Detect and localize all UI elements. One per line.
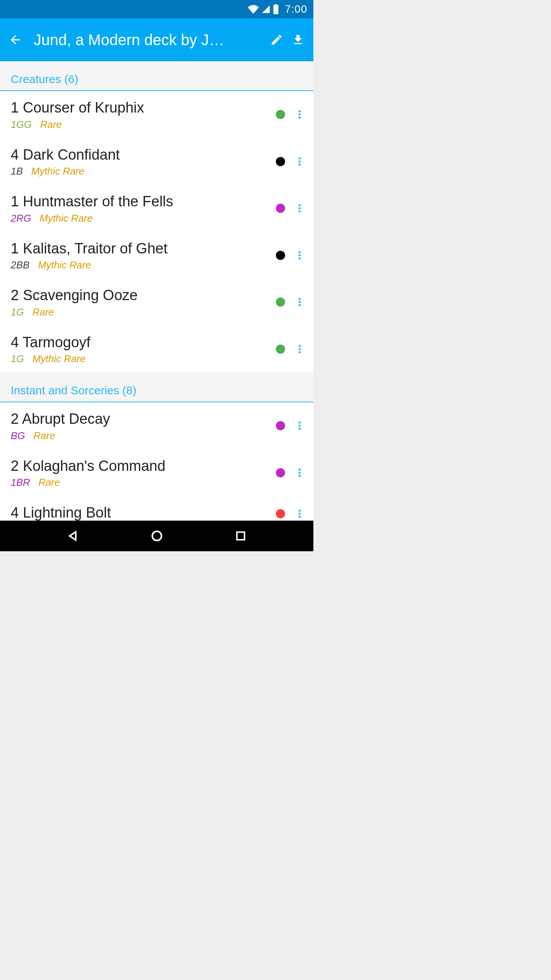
svg-point-17 xyxy=(298,351,301,353)
card-cost: 1G xyxy=(11,306,24,318)
svg-point-3 xyxy=(298,157,301,160)
svg-point-25 xyxy=(298,513,301,515)
square-recents-icon xyxy=(235,530,246,542)
card-rarity: Rare xyxy=(40,119,62,131)
card-title: 1 Huntmaster of the Fells xyxy=(11,193,276,211)
edit-button[interactable] xyxy=(266,29,287,51)
card-row[interactable]: 2 Kolaghan's Command1BRRare xyxy=(0,449,313,497)
svg-point-22 xyxy=(298,472,301,474)
svg-point-18 xyxy=(298,421,301,424)
more-vert-icon xyxy=(294,297,305,307)
card-info: 1 Courser of Kruphix1GGRare xyxy=(11,99,276,131)
svg-point-27 xyxy=(152,531,161,541)
card-row[interactable]: 4 Tarmogoyf1GMythic Rare xyxy=(0,326,313,373)
card-title: 4 Dark Confidant xyxy=(11,146,276,164)
nav-recents-button[interactable] xyxy=(229,528,252,544)
svg-point-14 xyxy=(298,304,301,307)
status-bar: 7:00 xyxy=(0,0,313,18)
more-vert-icon xyxy=(294,344,305,354)
svg-point-16 xyxy=(298,348,301,350)
card-row[interactable]: 4 Dark Confidant1BMythic Rare xyxy=(0,138,313,185)
card-rarity: Mythic Rare xyxy=(38,259,91,271)
card-row[interactable]: 1 Kalitas, Traitor of Ghet2BBMythic Rare xyxy=(0,232,313,279)
svg-point-21 xyxy=(298,469,301,471)
card-subline: 1BMythic Rare xyxy=(11,165,276,177)
android-nav-bar xyxy=(0,521,313,551)
card-subline: BGRare xyxy=(11,430,276,442)
pencil-icon xyxy=(270,33,283,46)
more-vert-icon xyxy=(294,250,305,261)
card-rarity: Rare xyxy=(39,477,60,488)
circle-home-icon xyxy=(151,530,163,542)
card-info: 1 Kalitas, Traitor of Ghet2BBMythic Rare xyxy=(11,240,276,271)
card-subline: 1GMythic Rare xyxy=(11,353,276,365)
nav-home-button[interactable] xyxy=(145,528,168,544)
svg-point-11 xyxy=(298,257,301,260)
svg-point-8 xyxy=(298,211,301,213)
card-more-button[interactable] xyxy=(290,416,309,435)
card-rarity: Rare xyxy=(33,306,54,318)
card-more-button[interactable] xyxy=(290,505,309,521)
section-header: Creatures (6) xyxy=(0,61,313,91)
download-button[interactable] xyxy=(287,29,309,51)
card-title: 2 Scavenging Ooze xyxy=(11,286,276,305)
color-indicator-icon xyxy=(276,157,285,166)
nav-back-button[interactable] xyxy=(61,528,84,544)
card-more-button[interactable] xyxy=(290,105,309,124)
section-header: Instant and Sorceries (8) xyxy=(0,372,313,402)
svg-point-9 xyxy=(298,251,301,253)
card-more-button[interactable] xyxy=(290,293,309,311)
status-icons: 7:00 xyxy=(248,3,308,15)
card-more-button[interactable] xyxy=(290,246,309,265)
card-row[interactable]: 2 Abrupt DecayBGRare xyxy=(0,402,313,449)
svg-point-2 xyxy=(298,117,301,119)
svg-point-13 xyxy=(298,301,301,303)
color-indicator-icon xyxy=(276,251,285,260)
card-info: 4 Tarmogoyf1GMythic Rare xyxy=(11,333,276,365)
card-rarity: Rare xyxy=(34,430,55,442)
card-title: 2 Kolaghan's Command xyxy=(11,457,276,475)
svg-point-12 xyxy=(298,298,301,300)
card-info: 2 Scavenging Ooze1GRare xyxy=(11,286,276,318)
card-title: 4 Tarmogoyf xyxy=(11,333,276,352)
svg-rect-28 xyxy=(237,532,245,540)
status-time: 7:00 xyxy=(285,3,308,15)
card-subline: 2BBMythic Rare xyxy=(11,259,276,271)
svg-point-10 xyxy=(298,254,301,256)
card-subline: 2RGMythic Rare xyxy=(11,212,276,224)
more-vert-icon xyxy=(294,467,305,478)
card-more-button[interactable] xyxy=(290,340,309,358)
svg-point-7 xyxy=(298,207,301,209)
card-subline: 1GRare xyxy=(11,306,276,318)
card-info: 1 Huntmaster of the Fells2RGMythic Rare xyxy=(11,193,276,224)
card-info: 4 Dark Confidant1BMythic Rare xyxy=(11,146,276,178)
color-indicator-icon xyxy=(276,297,285,307)
card-row[interactable]: 1 Huntmaster of the Fells2RGMythic Rare xyxy=(0,185,313,232)
card-cost: 1B xyxy=(11,165,23,177)
card-subline: 1BRRare xyxy=(11,477,276,488)
download-icon xyxy=(292,33,305,46)
card-more-button[interactable] xyxy=(290,199,309,217)
arrow-back-icon xyxy=(8,33,22,47)
card-title: 1 Courser of Kruphix xyxy=(11,99,276,117)
card-info: 2 Abrupt DecayBGRare xyxy=(11,410,276,442)
card-row[interactable]: 2 Scavenging Ooze1GRare xyxy=(0,279,313,326)
svg-point-19 xyxy=(298,425,301,427)
card-row[interactable]: 1 Courser of Kruphix1GGRare xyxy=(0,91,313,138)
card-cost: 1GG xyxy=(11,119,32,131)
card-title: 2 Abrupt Decay xyxy=(11,410,276,428)
card-more-button[interactable] xyxy=(290,152,309,171)
back-button[interactable] xyxy=(5,29,26,51)
card-cost: 1BR xyxy=(11,477,30,488)
card-row[interactable]: 4 Lightning Bolt xyxy=(0,496,313,521)
card-more-button[interactable] xyxy=(290,464,309,482)
more-vert-icon xyxy=(294,203,305,214)
cell-signal-icon xyxy=(261,5,271,14)
color-indicator-icon xyxy=(276,345,285,354)
svg-point-26 xyxy=(298,516,301,518)
color-indicator-icon xyxy=(276,509,285,518)
card-subline: 1GGRare xyxy=(11,119,276,131)
svg-point-4 xyxy=(298,160,301,163)
svg-point-15 xyxy=(298,345,301,347)
app-bar: Jund, a Modern deck by J… xyxy=(0,18,313,61)
